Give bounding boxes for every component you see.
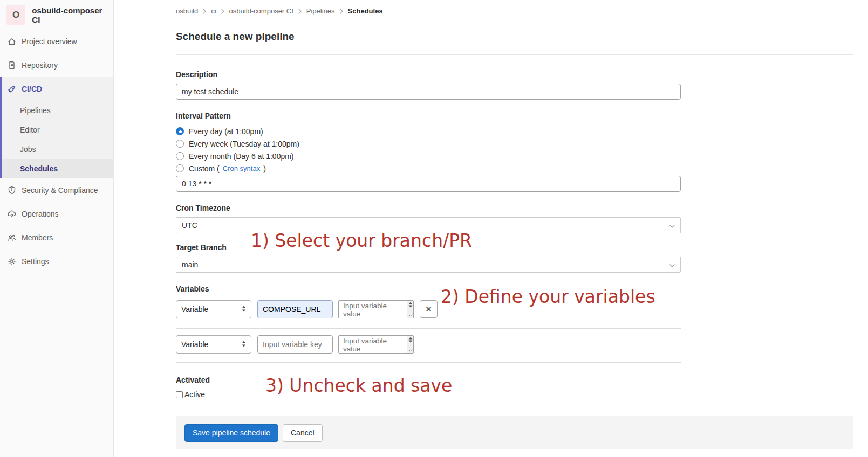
variable-value-wrap	[338, 335, 414, 354]
scroll-up-icon	[408, 302, 413, 304]
cron-timezone-select[interactable]: UTC	[176, 217, 681, 233]
sidebar-item-label: Security & Compliance	[22, 186, 98, 195]
cron-syntax-link[interactable]: Cron syntax	[223, 164, 260, 172]
project-sidebar: O osbuild-composer CI Project overview R…	[0, 0, 114, 457]
sidebar-item-label: Repository	[22, 61, 58, 70]
chevron-right-icon	[298, 9, 302, 14]
variable-key-input[interactable]	[257, 300, 333, 318]
sidebar-item-label: Members	[22, 233, 53, 242]
schedule-form: Description Interval Pattern Every day (…	[176, 70, 681, 399]
radio-every-week[interactable]: Every week (Tuesday at 1:00pm)	[176, 137, 681, 150]
target-branch-label: Target Branch	[176, 243, 681, 252]
chevron-right-icon	[221, 9, 224, 14]
sidebar-item-pipelines[interactable]: Pipelines	[2, 101, 113, 120]
breadcrumb: osbuild ci osbuild-composer CI Pipelines…	[176, 0, 853, 22]
home-icon	[8, 37, 16, 46]
project-name: osbuild-composer CI	[32, 6, 107, 24]
radio-button-icon[interactable]	[176, 127, 184, 135]
variables-label: Variables	[176, 285, 681, 294]
radio-label-custom-suffix: )	[263, 164, 266, 173]
members-icon	[8, 233, 16, 242]
cancel-button[interactable]: Cancel	[283, 424, 323, 442]
variable-value-textarea[interactable]	[338, 300, 414, 318]
cloud-gear-icon	[8, 210, 16, 218]
cron-pattern-input[interactable]	[176, 176, 681, 192]
sidebar-item-settings[interactable]: Settings	[0, 250, 113, 273]
project-avatar-letter: O	[12, 10, 19, 20]
radio-every-day[interactable]: Every day (at 1:00pm)	[176, 125, 681, 137]
variable-row: Variable	[176, 335, 681, 354]
interval-pattern-label: Interval Pattern	[176, 112, 681, 121]
save-pipeline-schedule-button[interactable]: Save pipeline schedule	[184, 424, 278, 442]
variable-value-textarea[interactable]	[338, 335, 414, 354]
updown-arrows-icon	[242, 305, 246, 314]
updown-arrows-icon	[242, 340, 246, 349]
chevron-right-icon	[203, 9, 206, 14]
variable-type-value: Variable	[181, 305, 208, 314]
variable-type-select[interactable]: Variable	[176, 335, 251, 354]
sidebar-item-repository[interactable]: Repository	[0, 53, 113, 77]
remove-variable-button[interactable]: ✕	[420, 300, 438, 318]
chevron-down-icon	[669, 221, 675, 230]
sidebar-item-project-overview[interactable]: Project overview	[0, 30, 113, 53]
sidebar-section-cicd: CI/CD Pipelines Editor Jobs Schedules	[0, 77, 113, 178]
target-branch-select[interactable]: main	[176, 257, 681, 273]
breadcrumb-item-project[interactable]: osbuild-composer CI	[229, 7, 293, 15]
active-checkbox[interactable]	[176, 391, 183, 398]
project-header[interactable]: O osbuild-composer CI	[0, 0, 113, 30]
sidebar-item-operations[interactable]: Operations	[0, 202, 113, 226]
sidebar-item-security-compliance[interactable]: Security & Compliance	[0, 178, 113, 202]
resize-grip-icon[interactable]	[409, 309, 413, 318]
main-content: osbuild ci osbuild-composer CI Pipelines…	[114, 0, 868, 457]
description-input[interactable]	[176, 84, 681, 100]
radio-label-custom-prefix: Custom (	[189, 164, 220, 173]
interval-radio-group: Every day (at 1:00pm) Every week (Tuesda…	[176, 125, 681, 175]
variable-value-wrap	[338, 300, 414, 318]
radio-every-month[interactable]: Every month (Day 6 at 1:00pm)	[176, 150, 681, 162]
radio-button-icon[interactable]	[176, 164, 184, 172]
gear-icon	[8, 257, 16, 266]
sidebar-item-editor[interactable]: Editor	[2, 120, 113, 140]
radio-button-icon[interactable]	[176, 152, 184, 160]
sidebar-item-label: Project overview	[22, 37, 77, 46]
cron-timezone-value: UTC	[182, 221, 197, 230]
document-icon	[8, 61, 16, 70]
sidebar-subitem-label: Schedules	[20, 164, 58, 173]
activated-label: Activated	[176, 376, 681, 385]
section-divider	[176, 362, 681, 363]
target-branch-value: main	[182, 260, 198, 269]
radio-button-icon[interactable]	[176, 140, 184, 148]
scroll-down-icon	[408, 305, 413, 308]
sidebar-item-label: Settings	[22, 257, 49, 266]
variables-divider	[176, 328, 681, 329]
active-checkbox-row[interactable]: Active	[176, 390, 681, 399]
chevron-down-icon	[669, 260, 675, 269]
radio-label: Every day (at 1:00pm)	[189, 127, 263, 136]
close-icon: ✕	[425, 304, 432, 314]
sidebar-item-cicd[interactable]: CI/CD	[2, 77, 113, 101]
radio-label: Every week (Tuesday at 1:00pm)	[189, 140, 299, 148]
sidebar-subitem-label: Jobs	[20, 145, 36, 154]
sidebar-subitem-label: Editor	[20, 126, 40, 134]
resize-grip-icon[interactable]	[409, 344, 413, 353]
variable-key-input[interactable]	[257, 335, 333, 354]
breadcrumb-item-pipelines[interactable]: Pipelines	[306, 7, 335, 15]
sidebar-item-members[interactable]: Members	[0, 226, 113, 250]
sidebar-subitem-label: Pipelines	[20, 106, 51, 115]
sidebar-item-schedules[interactable]: Schedules	[2, 159, 113, 178]
scroll-up-icon	[408, 337, 413, 340]
shield-icon	[8, 186, 16, 195]
sidebar-item-label: Operations	[22, 210, 58, 218]
radio-custom[interactable]: Custom ( Cron syntax )	[176, 162, 681, 175]
active-checkbox-label: Active	[184, 390, 205, 399]
page-title: Schedule a new pipeline	[176, 30, 853, 44]
breadcrumb-item-osbuild[interactable]: osbuild	[176, 7, 198, 15]
variable-type-select[interactable]: Variable	[176, 300, 251, 318]
variable-row: Variable ✕	[176, 300, 681, 318]
rocket-icon	[8, 85, 16, 93]
form-actions: Save pipeline schedule Cancel	[176, 416, 853, 449]
breadcrumb-item-ci[interactable]: ci	[211, 7, 216, 15]
radio-label: Every month (Day 6 at 1:00pm)	[189, 152, 294, 161]
page-title-section: Schedule a new pipeline	[176, 22, 853, 55]
sidebar-item-jobs[interactable]: Jobs	[2, 140, 113, 159]
